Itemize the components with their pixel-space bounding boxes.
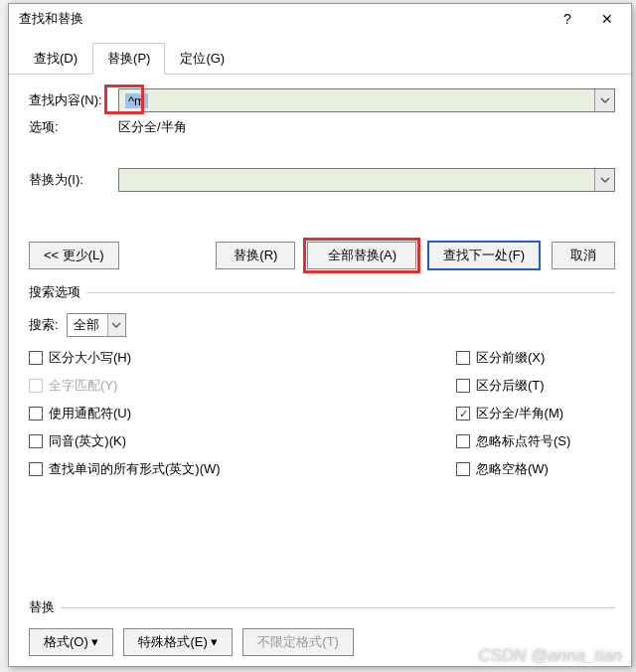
space-checkbox[interactable]: 忽略空格(W) bbox=[456, 460, 615, 478]
less-button[interactable]: << 更少(L) bbox=[29, 242, 119, 269]
options-label: 选项: bbox=[29, 118, 118, 136]
search-options-group: 搜索选项 bbox=[29, 283, 615, 301]
punct-checkbox[interactable]: 忽略标点符号(S) bbox=[456, 432, 615, 450]
search-direction-dropdown[interactable] bbox=[107, 314, 125, 336]
checkbox-icon bbox=[456, 462, 470, 476]
sounds-like-checkbox[interactable]: 同音(英文)(K) bbox=[29, 432, 456, 450]
footer-section: 替换 格式(O) ▾ 特殊格式(E) ▾ 不限定格式(T) bbox=[29, 598, 615, 656]
tab-find[interactable]: 查找(D) bbox=[19, 43, 92, 75]
help-button[interactable]: ? bbox=[548, 5, 587, 33]
titlebar: 查找和替换 ? ✕ bbox=[9, 4, 631, 34]
checkbox-icon bbox=[29, 379, 43, 393]
format-button[interactable]: 格式(O) ▾ bbox=[29, 628, 113, 656]
dialog-title: 查找和替换 bbox=[19, 10, 548, 28]
find-label: 查找内容(N): bbox=[29, 91, 118, 109]
checkbox-icon bbox=[29, 407, 43, 420]
dialog-content: 查找内容(N): ^m 选项: 区分全/半角 替换为(I): << bbox=[9, 75, 631, 666]
tab-replace[interactable]: 替换(P) bbox=[92, 43, 165, 75]
find-replace-dialog: 查找和替换 ? ✕ 查找(D) 替换(P) 定位(G) 查找内容(N): ^m … bbox=[8, 3, 632, 667]
checkbox-icon bbox=[456, 407, 470, 420]
prefix-checkbox[interactable]: 区分前缀(X) bbox=[456, 349, 615, 367]
special-format-button[interactable]: 特殊格式(E) ▾ bbox=[123, 628, 233, 656]
checkbox-icon bbox=[456, 351, 470, 365]
search-direction-label: 搜索: bbox=[29, 316, 59, 334]
find-row: 查找内容(N): ^m bbox=[29, 88, 615, 112]
search-options-title: 搜索选项 bbox=[29, 283, 80, 301]
search-direction-select[interactable]: 全部 bbox=[67, 313, 126, 337]
checkbox-icon bbox=[29, 462, 43, 476]
checkbox-columns: 区分大小写(H) 全字匹配(Y) 使用通配符(U) 同音(英文)(K) 查找单词… bbox=[29, 349, 615, 478]
find-next-button[interactable]: 查找下一处(F) bbox=[428, 242, 540, 269]
checkbox-icon bbox=[456, 379, 470, 393]
replace-format-title: 替换 bbox=[29, 598, 55, 616]
find-value: ^m bbox=[125, 93, 148, 108]
checkbox-icon bbox=[29, 434, 43, 448]
replace-dropdown-button[interactable] bbox=[594, 169, 614, 191]
checkbox-icon bbox=[29, 351, 43, 365]
close-button[interactable]: ✕ bbox=[587, 5, 627, 33]
fullhalf-checkbox[interactable]: 区分全/半角(M) bbox=[456, 405, 615, 422]
chevron-down-icon bbox=[600, 175, 610, 185]
find-dropdown-button[interactable] bbox=[594, 89, 614, 111]
options-row: 选项: 区分全/半角 bbox=[29, 118, 615, 136]
replace-format-group: 替换 bbox=[29, 598, 615, 616]
chevron-down-icon bbox=[111, 320, 121, 330]
tab-strip: 查找(D) 替换(P) 定位(G) bbox=[9, 38, 631, 75]
replace-row: 替换为(I): bbox=[29, 168, 615, 192]
suffix-checkbox[interactable]: 区分后缀(T) bbox=[456, 377, 615, 395]
word-forms-checkbox[interactable]: 查找单词的所有形式(英文)(W) bbox=[29, 460, 456, 478]
find-input[interactable]: ^m bbox=[118, 88, 615, 112]
replace-label: 替换为(I): bbox=[29, 171, 118, 189]
chevron-down-icon bbox=[600, 95, 610, 105]
checkbox-icon bbox=[456, 434, 470, 448]
right-column: 区分前缀(X) 区分后缀(T) 区分全/半角(M) 忽略标点符号(S) 忽略空格… bbox=[456, 349, 615, 478]
no-format-button: 不限定格式(T) bbox=[242, 628, 354, 656]
options-value: 区分全/半角 bbox=[118, 118, 187, 136]
replace-input[interactable] bbox=[118, 168, 615, 192]
search-direction-value: 全部 bbox=[68, 316, 107, 334]
whole-word-checkbox: 全字匹配(Y) bbox=[29, 377, 456, 395]
button-row: << 更少(L) 替换(R) 全部替换(A) 查找下一处(F) 取消 bbox=[29, 242, 615, 269]
cancel-button[interactable]: 取消 bbox=[552, 242, 615, 269]
tab-goto[interactable]: 定位(G) bbox=[165, 43, 239, 75]
replace-all-button[interactable]: 全部替换(A) bbox=[307, 242, 416, 269]
wildcards-checkbox[interactable]: 使用通配符(U) bbox=[29, 405, 456, 422]
match-case-checkbox[interactable]: 区分大小写(H) bbox=[29, 349, 456, 367]
left-column: 区分大小写(H) 全字匹配(Y) 使用通配符(U) 同音(英文)(K) 查找单词… bbox=[29, 349, 456, 478]
search-direction-row: 搜索: 全部 bbox=[29, 313, 615, 337]
replace-button[interactable]: 替换(R) bbox=[216, 242, 295, 269]
